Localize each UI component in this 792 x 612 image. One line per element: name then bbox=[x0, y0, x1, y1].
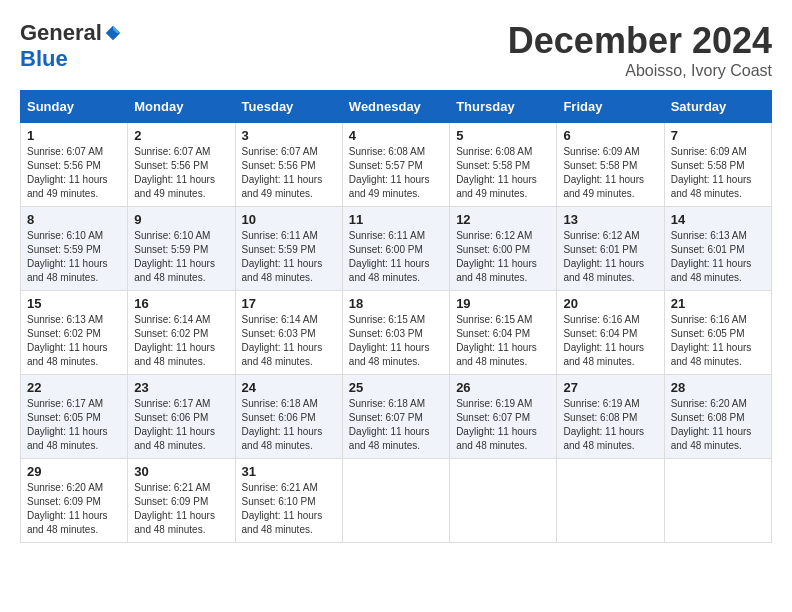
calendar-header-row: Sunday Monday Tuesday Wednesday Thursday… bbox=[21, 91, 772, 123]
day-info: Sunrise: 6:10 AMSunset: 5:59 PMDaylight:… bbox=[27, 229, 121, 285]
calendar-row: 8 Sunrise: 6:10 AMSunset: 5:59 PMDayligh… bbox=[21, 207, 772, 291]
location-text: Aboisso, Ivory Coast bbox=[508, 62, 772, 80]
day-info: Sunrise: 6:16 AMSunset: 6:05 PMDaylight:… bbox=[671, 313, 765, 369]
day-number: 24 bbox=[242, 380, 336, 395]
day-info: Sunrise: 6:12 AMSunset: 6:01 PMDaylight:… bbox=[563, 229, 657, 285]
table-cell: 21 Sunrise: 6:16 AMSunset: 6:05 PMDaylig… bbox=[664, 291, 771, 375]
table-cell: 18 Sunrise: 6:15 AMSunset: 6:03 PMDaylig… bbox=[342, 291, 449, 375]
day-info: Sunrise: 6:15 AMSunset: 6:03 PMDaylight:… bbox=[349, 313, 443, 369]
day-info: Sunrise: 6:21 AMSunset: 6:09 PMDaylight:… bbox=[134, 481, 228, 537]
day-number: 1 bbox=[27, 128, 121, 143]
title-block: December 2024 Aboisso, Ivory Coast bbox=[508, 20, 772, 80]
day-info: Sunrise: 6:15 AMSunset: 6:04 PMDaylight:… bbox=[456, 313, 550, 369]
table-cell: 8 Sunrise: 6:10 AMSunset: 5:59 PMDayligh… bbox=[21, 207, 128, 291]
table-cell: 29 Sunrise: 6:20 AMSunset: 6:09 PMDaylig… bbox=[21, 459, 128, 543]
day-number: 15 bbox=[27, 296, 121, 311]
day-number: 29 bbox=[27, 464, 121, 479]
day-number: 22 bbox=[27, 380, 121, 395]
day-info: Sunrise: 6:21 AMSunset: 6:10 PMDaylight:… bbox=[242, 481, 336, 537]
logo-general-text: General bbox=[20, 20, 102, 46]
day-number: 26 bbox=[456, 380, 550, 395]
month-title: December 2024 bbox=[508, 20, 772, 62]
day-number: 23 bbox=[134, 380, 228, 395]
day-info: Sunrise: 6:14 AMSunset: 6:02 PMDaylight:… bbox=[134, 313, 228, 369]
table-cell: 6 Sunrise: 6:09 AMSunset: 5:58 PMDayligh… bbox=[557, 123, 664, 207]
day-number: 25 bbox=[349, 380, 443, 395]
day-info: Sunrise: 6:19 AMSunset: 6:07 PMDaylight:… bbox=[456, 397, 550, 453]
day-number: 6 bbox=[563, 128, 657, 143]
day-info: Sunrise: 6:18 AMSunset: 6:06 PMDaylight:… bbox=[242, 397, 336, 453]
day-info: Sunrise: 6:11 AMSunset: 5:59 PMDaylight:… bbox=[242, 229, 336, 285]
table-cell: 22 Sunrise: 6:17 AMSunset: 6:05 PMDaylig… bbox=[21, 375, 128, 459]
day-number: 21 bbox=[671, 296, 765, 311]
table-cell: 7 Sunrise: 6:09 AMSunset: 5:58 PMDayligh… bbox=[664, 123, 771, 207]
col-friday: Friday bbox=[557, 91, 664, 123]
col-sunday: Sunday bbox=[21, 91, 128, 123]
day-number: 9 bbox=[134, 212, 228, 227]
table-cell: 4 Sunrise: 6:08 AMSunset: 5:57 PMDayligh… bbox=[342, 123, 449, 207]
calendar-row: 29 Sunrise: 6:20 AMSunset: 6:09 PMDaylig… bbox=[21, 459, 772, 543]
calendar-row: 1 Sunrise: 6:07 AMSunset: 5:56 PMDayligh… bbox=[21, 123, 772, 207]
calendar-row: 22 Sunrise: 6:17 AMSunset: 6:05 PMDaylig… bbox=[21, 375, 772, 459]
page-header: General Blue December 2024 Aboisso, Ivor… bbox=[20, 20, 772, 80]
day-info: Sunrise: 6:09 AMSunset: 5:58 PMDaylight:… bbox=[563, 145, 657, 201]
calendar-row: 15 Sunrise: 6:13 AMSunset: 6:02 PMDaylig… bbox=[21, 291, 772, 375]
table-cell bbox=[557, 459, 664, 543]
day-info: Sunrise: 6:20 AMSunset: 6:08 PMDaylight:… bbox=[671, 397, 765, 453]
day-info: Sunrise: 6:07 AMSunset: 5:56 PMDaylight:… bbox=[242, 145, 336, 201]
day-info: Sunrise: 6:09 AMSunset: 5:58 PMDaylight:… bbox=[671, 145, 765, 201]
day-info: Sunrise: 6:10 AMSunset: 5:59 PMDaylight:… bbox=[134, 229, 228, 285]
col-wednesday: Wednesday bbox=[342, 91, 449, 123]
day-number: 11 bbox=[349, 212, 443, 227]
day-number: 12 bbox=[456, 212, 550, 227]
day-info: Sunrise: 6:08 AMSunset: 5:57 PMDaylight:… bbox=[349, 145, 443, 201]
calendar-table: Sunday Monday Tuesday Wednesday Thursday… bbox=[20, 90, 772, 543]
table-cell: 1 Sunrise: 6:07 AMSunset: 5:56 PMDayligh… bbox=[21, 123, 128, 207]
day-number: 30 bbox=[134, 464, 228, 479]
table-cell: 14 Sunrise: 6:13 AMSunset: 6:01 PMDaylig… bbox=[664, 207, 771, 291]
day-info: Sunrise: 6:12 AMSunset: 6:00 PMDaylight:… bbox=[456, 229, 550, 285]
day-number: 2 bbox=[134, 128, 228, 143]
table-cell: 23 Sunrise: 6:17 AMSunset: 6:06 PMDaylig… bbox=[128, 375, 235, 459]
col-saturday: Saturday bbox=[664, 91, 771, 123]
table-cell: 9 Sunrise: 6:10 AMSunset: 5:59 PMDayligh… bbox=[128, 207, 235, 291]
table-cell: 19 Sunrise: 6:15 AMSunset: 6:04 PMDaylig… bbox=[450, 291, 557, 375]
day-number: 31 bbox=[242, 464, 336, 479]
table-cell: 27 Sunrise: 6:19 AMSunset: 6:08 PMDaylig… bbox=[557, 375, 664, 459]
day-info: Sunrise: 6:17 AMSunset: 6:05 PMDaylight:… bbox=[27, 397, 121, 453]
day-info: Sunrise: 6:13 AMSunset: 6:01 PMDaylight:… bbox=[671, 229, 765, 285]
table-cell: 26 Sunrise: 6:19 AMSunset: 6:07 PMDaylig… bbox=[450, 375, 557, 459]
table-cell: 25 Sunrise: 6:18 AMSunset: 6:07 PMDaylig… bbox=[342, 375, 449, 459]
day-number: 14 bbox=[671, 212, 765, 227]
day-number: 16 bbox=[134, 296, 228, 311]
table-cell: 20 Sunrise: 6:16 AMSunset: 6:04 PMDaylig… bbox=[557, 291, 664, 375]
table-cell: 3 Sunrise: 6:07 AMSunset: 5:56 PMDayligh… bbox=[235, 123, 342, 207]
table-cell: 31 Sunrise: 6:21 AMSunset: 6:10 PMDaylig… bbox=[235, 459, 342, 543]
table-cell: 28 Sunrise: 6:20 AMSunset: 6:08 PMDaylig… bbox=[664, 375, 771, 459]
day-number: 5 bbox=[456, 128, 550, 143]
day-info: Sunrise: 6:08 AMSunset: 5:58 PMDaylight:… bbox=[456, 145, 550, 201]
day-number: 7 bbox=[671, 128, 765, 143]
day-info: Sunrise: 6:19 AMSunset: 6:08 PMDaylight:… bbox=[563, 397, 657, 453]
day-number: 3 bbox=[242, 128, 336, 143]
logo: General Blue bbox=[20, 20, 122, 72]
col-monday: Monday bbox=[128, 91, 235, 123]
day-number: 13 bbox=[563, 212, 657, 227]
col-thursday: Thursday bbox=[450, 91, 557, 123]
table-cell: 5 Sunrise: 6:08 AMSunset: 5:58 PMDayligh… bbox=[450, 123, 557, 207]
day-number: 18 bbox=[349, 296, 443, 311]
day-number: 28 bbox=[671, 380, 765, 395]
day-info: Sunrise: 6:07 AMSunset: 5:56 PMDaylight:… bbox=[134, 145, 228, 201]
day-info: Sunrise: 6:18 AMSunset: 6:07 PMDaylight:… bbox=[349, 397, 443, 453]
day-number: 27 bbox=[563, 380, 657, 395]
day-number: 10 bbox=[242, 212, 336, 227]
logo-icon bbox=[104, 24, 122, 42]
day-number: 17 bbox=[242, 296, 336, 311]
table-cell: 13 Sunrise: 6:12 AMSunset: 6:01 PMDaylig… bbox=[557, 207, 664, 291]
day-number: 19 bbox=[456, 296, 550, 311]
table-cell: 30 Sunrise: 6:21 AMSunset: 6:09 PMDaylig… bbox=[128, 459, 235, 543]
table-cell bbox=[342, 459, 449, 543]
table-cell bbox=[664, 459, 771, 543]
day-number: 20 bbox=[563, 296, 657, 311]
day-info: Sunrise: 6:20 AMSunset: 6:09 PMDaylight:… bbox=[27, 481, 121, 537]
